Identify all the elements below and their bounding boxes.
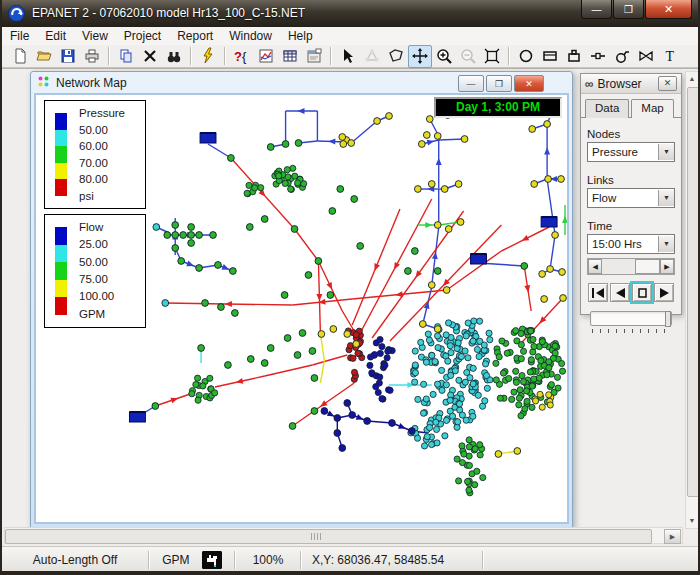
select-object-button[interactable]: [336, 45, 360, 68]
map-node[interactable]: [196, 265, 203, 272]
network-map-window[interactable]: Network Map — ❐ ✕ Pressure50.0060.0070.0…: [30, 71, 573, 528]
save-file-button[interactable]: [56, 45, 80, 68]
map-node[interactable]: [544, 372, 550, 378]
map-node[interactable]: [408, 428, 415, 435]
map-node[interactable]: [231, 310, 238, 317]
map-node[interactable]: [405, 268, 412, 275]
map-node[interactable]: [369, 370, 375, 376]
map-node[interactable]: [454, 345, 460, 351]
map-node[interactable]: [539, 339, 545, 345]
map-node[interactable]: [546, 365, 552, 371]
map-node[interactable]: [340, 141, 347, 148]
map-node[interactable]: [329, 208, 336, 215]
map-node[interactable]: [309, 348, 316, 355]
map-node[interactable]: [247, 356, 254, 363]
map-node[interactable]: [172, 232, 179, 239]
map-node[interactable]: [516, 402, 522, 408]
map-node[interactable]: [470, 365, 476, 371]
map-node[interactable]: [284, 335, 291, 342]
browser-panel[interactable]: ∞ Browser ✕ DataMap Nodes Pressure ▼ Lin…: [580, 73, 682, 315]
map-node[interactable]: [462, 348, 468, 354]
map-node[interactable]: [544, 121, 551, 128]
map-node[interactable]: [252, 185, 258, 191]
map-node[interactable]: [462, 379, 468, 385]
map-node[interactable]: [377, 374, 383, 380]
run-analysis-button[interactable]: [196, 45, 220, 68]
map-node[interactable]: [428, 441, 434, 447]
map-node[interactable]: [461, 136, 468, 143]
map-node[interactable]: [384, 355, 390, 361]
map-node[interactable]: [261, 216, 268, 223]
map-node[interactable]: [210, 232, 217, 239]
map-node[interactable]: [225, 362, 232, 369]
time-scrollbar[interactable]: ◀ ▶: [587, 258, 675, 275]
slider-thumb[interactable]: [665, 311, 671, 327]
workspace-vertical-scrollbar[interactable]: ▲ ▼: [685, 71, 699, 529]
map-node[interactable]: [554, 374, 560, 380]
zoom-in-button[interactable]: [432, 45, 456, 68]
map-node[interactable]: [375, 389, 381, 395]
map-node[interactable]: [545, 176, 552, 183]
menu-view[interactable]: View: [74, 28, 116, 44]
map-node[interactable]: [212, 390, 218, 396]
map-node[interactable]: [412, 379, 418, 385]
options-button[interactable]: [302, 45, 326, 68]
map-node[interactable]: [379, 396, 385, 402]
map-node[interactable]: [497, 395, 503, 401]
map-node[interactable]: [418, 339, 424, 345]
map-node[interactable]: [448, 350, 454, 356]
scroll-right-icon[interactable]: ▶: [664, 529, 681, 544]
map-node[interactable]: [282, 180, 288, 186]
map-node[interactable]: [349, 412, 356, 419]
map-node[interactable]: [267, 144, 274, 151]
map-node[interactable]: [180, 232, 187, 239]
map-node[interactable]: [458, 353, 464, 359]
map-node[interactable]: [523, 388, 529, 394]
map-node[interactable]: [486, 330, 492, 336]
map-node[interactable]: [189, 391, 195, 397]
tab-map[interactable]: Map: [631, 99, 673, 118]
step-back-button[interactable]: [610, 283, 630, 302]
map-node[interactable]: [439, 387, 445, 393]
map-node[interactable]: [558, 176, 565, 183]
map-node[interactable]: [441, 186, 448, 193]
map-node[interactable]: [230, 268, 237, 275]
map-node[interactable]: [330, 326, 337, 333]
map-node[interactable]: [421, 443, 427, 449]
map-node[interactable]: [456, 401, 462, 407]
map-minimize-button[interactable]: —: [458, 75, 484, 92]
map-node[interactable]: [482, 398, 488, 404]
map-node[interactable]: [457, 219, 464, 226]
map-node[interactable]: [509, 396, 515, 402]
map-node[interactable]: [474, 346, 480, 352]
map-restore-button[interactable]: ❐: [486, 75, 512, 92]
map-node[interactable]: [474, 468, 480, 474]
map-node[interactable]: [246, 224, 253, 231]
map-node[interactable]: [188, 240, 195, 247]
map-node[interactable]: [537, 391, 543, 397]
map-node[interactable]: [421, 381, 427, 387]
nodes-dropdown-arrow-icon[interactable]: ▼: [658, 144, 674, 160]
map-node[interactable]: [522, 406, 528, 412]
map-node[interactable]: [377, 350, 383, 356]
browser-close-button[interactable]: ✕: [658, 76, 677, 91]
play-forward-button[interactable]: [654, 283, 674, 302]
map-node[interactable]: [289, 423, 296, 430]
map-node[interactable]: [471, 318, 477, 324]
print-button[interactable]: [80, 45, 104, 68]
map-node[interactable]: [459, 443, 465, 449]
map-node[interactable]: [559, 368, 565, 374]
graph-button[interactable]: [254, 45, 278, 68]
map-node[interactable]: [477, 452, 483, 458]
map-node[interactable]: [423, 359, 429, 365]
add-pipe-button[interactable]: [586, 45, 610, 68]
browser-titlebar[interactable]: ∞ Browser ✕: [581, 74, 681, 94]
stop-button[interactable]: [632, 283, 652, 302]
map-node[interactable]: [364, 418, 371, 425]
map-node[interactable]: [386, 113, 393, 120]
map-node[interactable]: [472, 482, 478, 488]
map-node[interactable]: [337, 186, 344, 193]
map-node[interactable]: [348, 140, 355, 147]
map-node[interactable]: [519, 373, 525, 379]
map-node[interactable]: [429, 352, 435, 358]
